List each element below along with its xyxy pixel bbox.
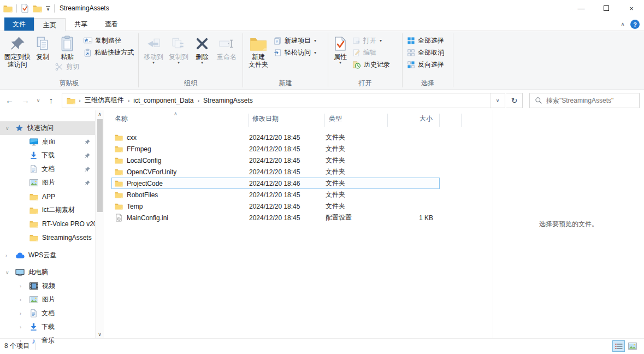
qat-customize-dropdown-icon[interactable]: ▾ bbox=[46, 6, 50, 11]
scroll-down-icon[interactable]: ∨ bbox=[96, 332, 104, 337]
breadcrumb-item[interactable]: StreamingAssets bbox=[199, 97, 257, 104]
open-button[interactable]: 打开 ▾ bbox=[350, 34, 392, 46]
scroll-up-icon[interactable]: ∧ bbox=[96, 111, 104, 117]
up-button[interactable]: ↑ bbox=[44, 93, 58, 108]
sidebar-item-rt-voice[interactable]: RT-Voice PRO v202 bbox=[0, 217, 104, 231]
properties-button[interactable]: 属性 ▾ bbox=[330, 33, 350, 64]
maximize-button[interactable] bbox=[594, 0, 619, 16]
file-row-robotfiles[interactable]: RobotFiles 2024/12/20 18:45 文件夹 bbox=[111, 189, 440, 200]
address-bar-row: ← → ∨ ↑ › 三维仿真组件 › ict_component_Data › … bbox=[0, 90, 644, 110]
refresh-button[interactable]: ↻ bbox=[506, 93, 523, 108]
minimize-button[interactable]: — bbox=[569, 0, 594, 16]
chevron-right-icon[interactable]: › bbox=[20, 338, 25, 344]
file-name: Temp bbox=[127, 203, 143, 210]
chevron-down-icon[interactable]: ∨ bbox=[5, 126, 11, 131]
sidebar-item-downloads[interactable]: 下载 bbox=[0, 149, 104, 162]
sidebar-item-this-pc[interactable]: ∨ 此电脑 bbox=[0, 266, 104, 279]
copy-button[interactable]: 复制 bbox=[32, 33, 53, 61]
delete-label: 删除 bbox=[196, 53, 209, 61]
computer-icon bbox=[15, 269, 25, 276]
cloud-icon bbox=[15, 252, 25, 259]
sidebar-item-documents[interactable]: 文档 bbox=[0, 162, 104, 176]
back-button[interactable]: ← bbox=[2, 93, 17, 108]
folder-tree: ∨ 快速访问 桌面 下载 文档 图片 bbox=[0, 121, 104, 347]
history-button[interactable]: 历史记录 bbox=[350, 58, 392, 70]
chevron-right-icon[interactable]: › bbox=[5, 253, 11, 258]
sidebar-scrollbar[interactable]: ∧ ∨ bbox=[95, 110, 104, 338]
collapse-ribbon-icon[interactable]: ∧ bbox=[621, 21, 625, 28]
qat-new-folder-icon[interactable] bbox=[33, 4, 42, 13]
tab-file[interactable]: 文件 bbox=[4, 17, 34, 31]
scrollbar-thumb[interactable] bbox=[97, 119, 103, 212]
select-none-button[interactable]: 全部取消 bbox=[405, 46, 446, 58]
sidebar-item-pictures[interactable]: 图片 bbox=[0, 176, 104, 190]
chevron-down-icon[interactable]: ∨ bbox=[5, 270, 11, 275]
file-row-temp[interactable]: Temp 2024/12/20 18:45 文件夹 bbox=[111, 200, 440, 212]
search-box[interactable] bbox=[529, 93, 640, 108]
cut-label: 剪切 bbox=[66, 62, 79, 72]
column-header-date-modified[interactable]: 修改日期 bbox=[249, 114, 325, 127]
select-all-button[interactable]: 全部选择 bbox=[405, 34, 446, 46]
chevron-right-icon[interactable]: › bbox=[20, 297, 25, 303]
easy-access-button[interactable]: 轻松访问 ▾ bbox=[271, 46, 318, 58]
sidebar-item-pc-downloads[interactable]: › 下载 bbox=[0, 320, 104, 334]
invert-selection-button[interactable]: 反向选择 bbox=[405, 58, 446, 70]
sidebar-item-wps-cloud[interactable]: › WPS云盘 bbox=[0, 249, 104, 262]
column-header-type[interactable]: 类型 bbox=[325, 114, 388, 127]
move-to-button[interactable]: 移动到 ▾ bbox=[141, 33, 166, 64]
file-row-opencvforunity[interactable]: OpenCVForUnity 2024/12/20 18:45 文件夹 bbox=[111, 166, 440, 178]
copy-label: 复制 bbox=[36, 53, 49, 61]
sidebar-item-videos[interactable]: › 视频 bbox=[0, 279, 104, 293]
delete-button[interactable]: 删除 ▾ bbox=[191, 33, 213, 64]
sidebar-item-app[interactable]: APP bbox=[0, 190, 104, 203]
rename-button[interactable]: 重命名 bbox=[213, 33, 240, 61]
new-item-label: 新建项目 bbox=[285, 36, 311, 45]
tab-home[interactable]: 主页 bbox=[34, 18, 66, 31]
paste-button[interactable]: 粘贴 bbox=[55, 33, 79, 61]
tab-view[interactable]: 查看 bbox=[96, 17, 127, 31]
sidebar-item-pc-documents[interactable]: › 文档 bbox=[0, 306, 104, 320]
sidebar-item-desktop[interactable]: 桌面 bbox=[0, 135, 104, 149]
file-row-localconfig[interactable]: LocalConfig 2024/12/20 18:45 文件夹 bbox=[111, 155, 440, 166]
sidebar-item-quick-access[interactable]: ∨ 快速访问 bbox=[0, 121, 104, 135]
large-icons-view-button[interactable] bbox=[626, 340, 639, 352]
new-folder-button[interactable]: 新建 文件夹 bbox=[245, 33, 271, 68]
ribbon-separator bbox=[453, 33, 453, 87]
folder-icon bbox=[29, 234, 38, 241]
sidebar-item-pc-pictures[interactable]: › 图片 bbox=[0, 293, 104, 306]
help-icon[interactable]: ? bbox=[630, 20, 640, 29]
forward-button[interactable]: → bbox=[18, 93, 33, 108]
breadcrumb-item[interactable]: ict_component_Data bbox=[129, 97, 197, 104]
new-item-button[interactable]: 新建项目 ▾ bbox=[271, 34, 318, 46]
sidebar-label: 下载 bbox=[42, 322, 55, 332]
paste-shortcut-button[interactable]: 粘贴快捷方式 bbox=[81, 46, 136, 58]
copy-to-button[interactable]: 复制到 ▾ bbox=[166, 33, 191, 64]
close-button[interactable]: × bbox=[619, 0, 644, 16]
sidebar-item-music[interactable]: › ♪ 音乐 bbox=[0, 334, 104, 347]
search-input[interactable] bbox=[546, 97, 634, 104]
file-row-projectcode[interactable]: ProjectCode 2024/12/20 18:46 文件夹 bbox=[111, 178, 440, 189]
file-row-mainconfig-ini[interactable]: MainConfig.ini 2024/12/20 18:45 配置设置 1 K… bbox=[111, 212, 440, 223]
file-date: 2024/12/20 18:45 bbox=[249, 145, 326, 153]
history-dropdown-icon[interactable]: ∨ bbox=[34, 93, 43, 108]
cut-button[interactable]: 剪切 bbox=[53, 61, 81, 73]
column-header-size[interactable]: 大小 bbox=[388, 114, 440, 127]
file-row-ffmpeg[interactable]: FFmpeg 2024/12/20 18:45 文件夹 bbox=[111, 143, 440, 155]
sidebar-item-streamingassets[interactable]: StreamingAssets bbox=[0, 231, 104, 244]
new-folder-label-2: 文件夹 bbox=[249, 61, 268, 68]
copy-path-button[interactable]: 复制路径 bbox=[81, 34, 136, 46]
edit-button[interactable]: 编辑 bbox=[350, 46, 392, 58]
chevron-right-icon[interactable]: › bbox=[20, 284, 25, 289]
sidebar-item-ict-phase2[interactable]: ict二期素材 bbox=[0, 203, 104, 217]
address-bar[interactable]: › 三维仿真组件 › ict_component_Data › Streamin… bbox=[62, 93, 505, 108]
qat-properties-icon[interactable] bbox=[21, 4, 29, 13]
pin-to-quick-access-button[interactable]: 固定到快速访问 bbox=[2, 33, 32, 68]
file-row-cxx[interactable]: cxx 2024/12/20 18:45 文件夹 bbox=[111, 132, 440, 143]
address-dropdown-icon[interactable]: ∨ bbox=[490, 93, 505, 108]
chevron-right-icon[interactable]: › bbox=[20, 324, 25, 330]
sidebar-label: RT-Voice PRO v202 bbox=[42, 220, 101, 228]
details-view-button[interactable] bbox=[612, 340, 625, 352]
chevron-right-icon[interactable]: › bbox=[20, 311, 25, 316]
breadcrumb-item[interactable]: 三维仿真组件 bbox=[81, 96, 128, 105]
tab-share[interactable]: 共享 bbox=[66, 17, 96, 31]
